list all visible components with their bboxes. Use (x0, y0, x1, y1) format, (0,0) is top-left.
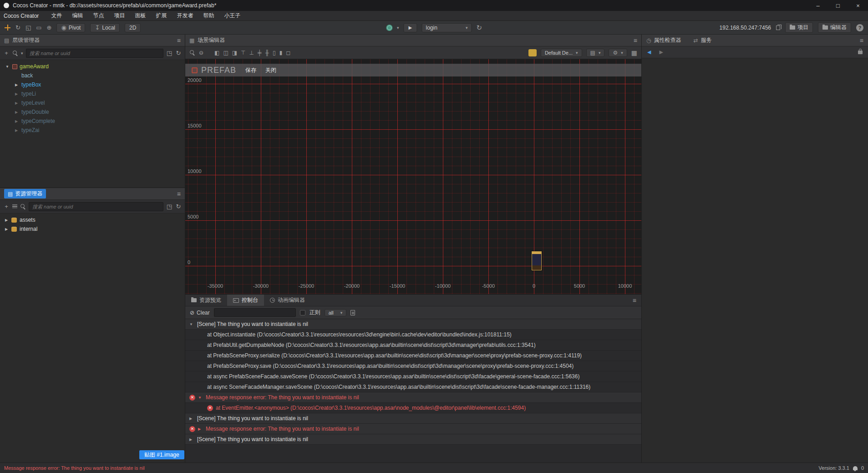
log-row[interactable]: at PrefabUtil.getDumpableNode (D:\cocos\… (185, 340, 641, 351)
play-button[interactable]: ▶ (403, 23, 417, 32)
tab-inspector[interactable]: ◷ 属性检查器 (642, 35, 685, 46)
scene-menu-icon[interactable]: ≡ (634, 37, 637, 44)
menu-item[interactable]: 文件 (46, 12, 67, 20)
rotate-tool-icon[interactable]: ↻ (15, 25, 20, 31)
align-tool-icon[interactable]: ╫ (265, 50, 269, 56)
rect-tool-icon[interactable]: ▭ (36, 25, 41, 31)
assets-panel-title-chip[interactable]: ▤ 资源管理器 (4, 189, 46, 198)
expand-caret-icon[interactable]: ▶ (14, 101, 19, 105)
hierarchy-node[interactable]: ▶ typeDouble (0, 107, 185, 117)
align-tool-icon[interactable]: ⊤ (241, 50, 245, 56)
reload-preview-icon[interactable]: ↻ (476, 24, 482, 31)
expand-caret-icon[interactable]: ▼ (198, 396, 203, 400)
zoom-out-icon[interactable]: ⊖ (199, 50, 203, 56)
assets-search-input[interactable] (29, 202, 163, 211)
align-tool-icon[interactable]: ▮ (279, 50, 283, 56)
open-log-file-icon[interactable] (350, 310, 355, 315)
preview-browser-caret-icon[interactable]: ▾ (397, 25, 399, 30)
expand-caret-icon[interactable]: ▶ (14, 83, 19, 87)
console-tab-term[interactable]: 控制台 (227, 295, 264, 306)
menu-item[interactable]: 节点 (88, 12, 109, 20)
tab-services[interactable]: ⇄ 服务 (689, 35, 716, 46)
grid-toggle-icon[interactable]: ▦ (631, 50, 637, 56)
anchor-tool-icon[interactable]: ⊕ (47, 25, 52, 31)
align-tool-icon[interactable]: ⊥ (249, 50, 254, 56)
assets-menu-icon[interactable]: ≡ (177, 190, 181, 198)
hierarchy-node[interactable]: ▶ typeLevel (0, 98, 185, 107)
expand-all-icon[interactable]: ◳ (166, 203, 173, 209)
refresh-hierarchy-icon[interactable]: ↻ (175, 50, 182, 56)
prefab-close-button[interactable]: 关闭 (265, 66, 276, 74)
log-row[interactable]: at async SceneFacadeManager.saveScene (D… (185, 382, 641, 392)
asset-folder-row[interactable]: ▶ internal (0, 224, 185, 234)
expand-caret-icon[interactable]: ▶ (14, 119, 19, 123)
align-tool-icon[interactable]: ◻ (286, 50, 290, 56)
expand-caret-icon[interactable]: ▶ (4, 227, 9, 231)
minimize-button[interactable]: – (808, 0, 828, 11)
menu-app-name[interactable]: Cocos Creator (4, 13, 39, 19)
open-project-button[interactable]: 项目 (785, 22, 813, 33)
log-row[interactable]: ✕ at EventEmitter.<anonymous> (D:\cocos\… (185, 403, 641, 413)
2d-mode-button[interactable]: 2D (125, 23, 141, 32)
menu-item[interactable]: 开发者 (172, 12, 198, 20)
history-forward-icon[interactable]: ▶ (659, 49, 663, 55)
hierarchy-node[interactable]: ▶ typeBox (0, 80, 185, 89)
align-tool-icon[interactable]: ◫ (223, 50, 228, 56)
expand-caret-icon[interactable]: ▶ (14, 110, 19, 114)
log-row[interactable]: ✕ ▶ Message response error: The thing yo… (185, 424, 641, 434)
scene-viewport[interactable]: -35000-30000-25000-20000-15000-10000-500… (185, 59, 641, 294)
scale-tool-icon[interactable]: ◱ (25, 25, 31, 31)
notifications-bell-icon[interactable] (853, 466, 858, 470)
maximize-button[interactable]: □ (828, 0, 848, 11)
menu-item[interactable]: 编辑 (67, 12, 88, 20)
history-back-icon[interactable]: ◀ (647, 49, 651, 55)
align-tool-icon[interactable]: ╪ (258, 50, 262, 56)
preview-browser-icon[interactable] (386, 25, 392, 31)
search-filter-caret-icon[interactable]: ▾ (21, 51, 23, 56)
log-row[interactable]: at PrefabSceneProxy.serialize (D:\cocos\… (185, 351, 641, 361)
log-level-select[interactable]: all ▾ (325, 309, 347, 316)
hierarchy-node[interactable]: back (0, 71, 185, 80)
hierarchy-search-input[interactable] (26, 49, 163, 58)
sort-assets-icon[interactable] (12, 204, 17, 209)
console-tab-folder[interactable]: 资源预览 (185, 295, 227, 306)
close-button[interactable]: × (848, 0, 868, 11)
log-row[interactable]: at Object.instantiate (D:\cocos\Creator\… (185, 330, 641, 340)
log-row[interactable]: ▶ [Scene] The thing you want to instanti… (185, 434, 641, 445)
gizmo-color-button[interactable] (528, 49, 537, 56)
scene-settings-select[interactable]: ⚙ ▾ (609, 49, 627, 57)
console-tab-clock[interactable]: 动画编辑器 (264, 295, 311, 306)
layers-select[interactable]: ▤ ▾ (586, 49, 605, 57)
refresh-assets-icon[interactable]: ↻ (175, 203, 182, 209)
hierarchy-node[interactable]: ▶ typeLi (0, 89, 185, 98)
move-tool-icon[interactable] (5, 25, 10, 31)
help-button[interactable]: ? (856, 24, 863, 31)
expand-caret-icon[interactable]: ▶ (14, 128, 19, 132)
preview-scene-select[interactable]: login ▾ (421, 23, 472, 32)
console-filter-input[interactable] (214, 308, 296, 317)
hierarchy-node[interactable]: ▶ typeZai (0, 126, 185, 135)
inspector-menu-icon[interactable]: ≡ (860, 37, 868, 44)
align-tool-icon[interactable]: ◨ (232, 50, 237, 56)
collapse-all-icon[interactable]: ◳ (166, 50, 173, 56)
expand-caret-icon[interactable]: ▼ (189, 322, 194, 326)
selected-sprite-node[interactable] (532, 251, 542, 270)
paste-image-badge[interactable]: 贴图 #1.image (139, 450, 184, 459)
expand-caret-icon[interactable]: ▶ (189, 437, 194, 442)
expand-caret-icon[interactable]: ▶ (14, 92, 19, 96)
align-tool-icon[interactable]: ◧ (214, 50, 219, 56)
create-asset-button[interactable]: + (3, 203, 10, 209)
log-row[interactable]: ✕ ▼ Message response error: The thing yo… (185, 392, 641, 403)
hierarchy-node[interactable]: ▶ typeComplete (0, 117, 185, 126)
log-row[interactable]: at PrefabSceneProxy.save (D:\cocos\Creat… (185, 361, 641, 371)
log-row[interactable]: ▼ [Scene] The thing you want to instanti… (185, 319, 641, 330)
menu-item[interactable]: 小王子 (219, 12, 245, 20)
zoom-in-icon[interactable] (189, 50, 195, 56)
expand-caret-icon[interactable]: ▶ (198, 427, 203, 431)
align-tool-icon[interactable]: ▯ (273, 50, 276, 56)
local-button[interactable]: ↧ Local (90, 23, 120, 32)
lock-inspector-icon[interactable] (858, 51, 863, 54)
clear-console-button[interactable]: ⊘ Clear (190, 310, 210, 316)
hierarchy-menu-icon[interactable]: ≡ (177, 37, 181, 44)
open-editor-button[interactable]: 编辑器 (818, 22, 851, 33)
